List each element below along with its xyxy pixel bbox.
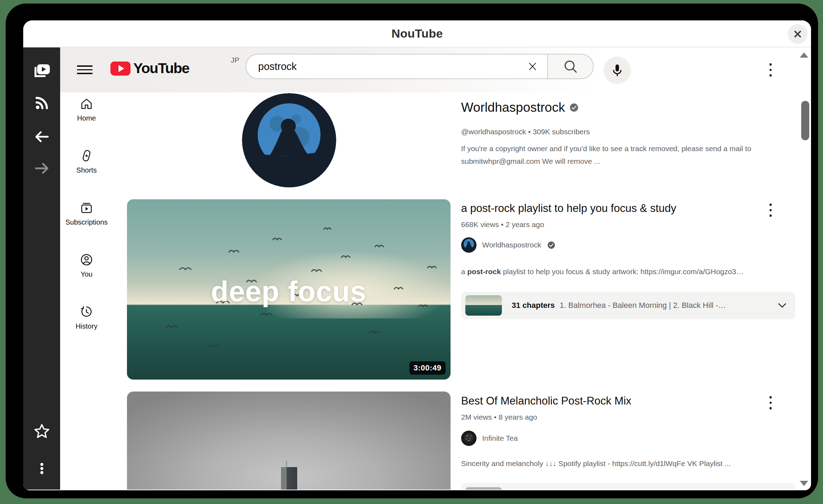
video-description: a post-rock playlist to help you focus &… [461, 267, 799, 276]
window-title: NouTube [391, 27, 443, 40]
video-title[interactable]: a post-rock playlist to help you focus &… [461, 202, 760, 215]
overflow-menu-icon[interactable] [23, 458, 60, 479]
scrollbar-thumb[interactable] [801, 101, 809, 140]
search-value: postrock [258, 61, 525, 72]
channel-name[interactable]: Worldhaspostrock [461, 100, 565, 115]
clear-icon[interactable] [525, 59, 540, 74]
menu-icon[interactable] [77, 63, 92, 76]
chapters-row[interactable] [461, 483, 795, 490]
sidebar-item-label: History [76, 322, 97, 330]
verified-badge-icon [569, 103, 579, 112]
close-icon [793, 30, 802, 39]
video-thumbnail[interactable] [127, 392, 451, 490]
chapters-list: 1. Balmorhea - Baleen Morning | 2. Black… [560, 301, 770, 310]
back-arrow-icon[interactable] [23, 126, 60, 147]
forward-arrow-icon[interactable] [23, 158, 60, 179]
video-library-icon[interactable] [23, 61, 60, 82]
thumbnail-monolith [281, 467, 297, 490]
chapter-thumbnail [465, 487, 502, 490]
sidebar-item-label: You [81, 270, 92, 278]
chapter-thumbnail [465, 295, 502, 316]
scroll-down-arrow[interactable] [800, 481, 808, 486]
sidebar-item-shorts[interactable]: Shorts [60, 149, 113, 174]
video-kebab-icon[interactable] [764, 201, 778, 219]
app-sidebar [23, 47, 60, 490]
search-input[interactable]: postrock [245, 54, 547, 79]
search-icon [563, 59, 578, 74]
region-badge: JP [231, 56, 240, 64]
chapters-row[interactable]: 31 chapters 1. Balmorhea - Baleen Mornin… [461, 292, 795, 319]
home-icon [79, 97, 94, 111]
video-channel-row[interactable]: Infinite Tea [461, 431, 518, 446]
account-icon [79, 253, 94, 267]
header-kebab-icon[interactable] [764, 61, 778, 79]
channel-meta: @worldhaspostrock • 309K subscribers [461, 128, 590, 136]
sidebar-item-you[interactable]: You [60, 253, 113, 278]
history-icon [79, 305, 94, 319]
youtube-header: YouTube JP postrock [60, 47, 811, 92]
video-channel-row[interactable]: Worldhaspostrock [461, 237, 556, 253]
video-channel-name: Infinite Tea [482, 434, 518, 442]
video-channel-name: Worldhaspostrock [482, 241, 541, 249]
channel-avatar[interactable] [242, 93, 336, 187]
desktop-background: NouTube [0, 0, 823, 504]
search-button[interactable] [547, 54, 594, 79]
mic-icon [610, 63, 625, 78]
titlebar: NouTube [23, 20, 811, 47]
video-meta: 668K views • 2 years ago [461, 220, 544, 229]
sidebar-item-label: Shorts [76, 166, 97, 174]
sidebar-item-history[interactable]: History [60, 305, 113, 330]
window-frame: NouTube [6, 4, 818, 498]
video-thumbnail[interactable]: deep focus 3:00:49 [127, 199, 451, 380]
chapters-count: 31 chapters [512, 301, 555, 310]
youtube-logo[interactable]: YouTube JP [110, 60, 189, 77]
duration-badge: 3:00:49 [409, 361, 446, 375]
window-content: YouTube JP postrock [23, 47, 811, 490]
video-description: Sincerity and melancholy ↓↓↓ Spotify pla… [461, 459, 799, 468]
sidebar-item-label: Home [77, 114, 96, 122]
app-window: NouTube [23, 20, 811, 490]
channel-description: If you're a copyright owner and if you'd… [461, 142, 788, 168]
video-meta: 2M views • 8 years ago [461, 413, 537, 421]
feed-icon[interactable] [23, 92, 60, 114]
channel-mini-avatar [461, 431, 477, 446]
sidebar-item-home[interactable]: Home [60, 97, 113, 122]
subscriptions-icon [79, 201, 94, 215]
scroll-up-arrow[interactable] [800, 52, 808, 58]
youtube-app: YouTube JP postrock [60, 47, 811, 490]
favorite-star-icon[interactable] [23, 421, 60, 442]
youtube-play-icon [110, 62, 130, 76]
channel-mini-avatar [461, 237, 477, 253]
search-bar: postrock [245, 54, 594, 79]
sidebar-item-label: Subscriptions [65, 218, 108, 226]
chevron-down-icon[interactable] [776, 299, 788, 311]
shorts-icon [79, 149, 94, 163]
thumbnail-title-text: deep focus [127, 275, 451, 308]
verified-badge-icon [547, 241, 556, 250]
close-button[interactable] [788, 24, 808, 44]
mic-button[interactable] [604, 57, 631, 84]
video-title[interactable]: Best Of Melancholic Post-Rock Mix [461, 395, 760, 407]
video-kebab-icon[interactable] [764, 394, 778, 412]
sidebar-item-subscriptions[interactable]: Subscriptions [60, 201, 113, 226]
youtube-logo-text: YouTube [133, 60, 189, 77]
